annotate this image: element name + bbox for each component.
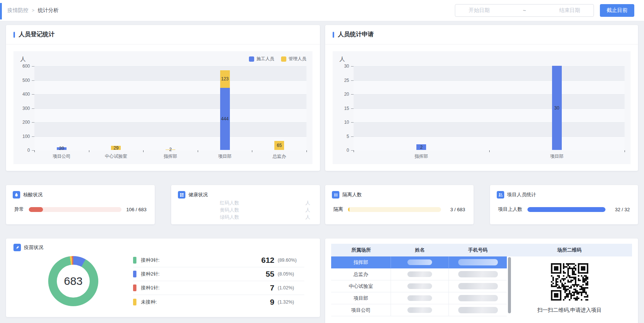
isolation-value: 3 / 683 — [446, 207, 465, 212]
header-qrcode: 场所二维码 — [507, 247, 632, 253]
legend-swatch — [133, 271, 136, 277]
stat-card-title: 隔离人数 — [342, 191, 362, 198]
left-stat-row: 核酸状况 异常 106 / 683 健康状况 红码人数人黄码人数人绿码人数人 — [6, 185, 320, 224]
panel-title-right: 人员统计申请 — [338, 31, 374, 39]
x-tick-mark — [34, 150, 35, 152]
end-date-input[interactable]: 结束日期 — [559, 7, 580, 14]
x-category-label: 中心试验室 — [89, 150, 144, 160]
cell-place: 中心试验室 — [331, 280, 391, 292]
syringe-icon — [13, 244, 21, 251]
legend-value: 55 — [266, 270, 274, 279]
application-bar-chart: 人 302520151050 230 指挥部项目部 — [333, 51, 631, 164]
redacted-phone — [458, 307, 498, 313]
legend-label: 接种3针: — [141, 257, 160, 264]
redacted-name — [407, 271, 432, 277]
bar-项目部: 444123 — [220, 70, 230, 150]
application-stats-card: 人员统计申请 人 302520151050 230 指挥部项目部 — [325, 25, 638, 171]
x-category-label: 项目部 — [489, 150, 625, 160]
breadcrumb-current[interactable]: 统计分析 — [38, 7, 59, 14]
nucleic-value: 106 / 683 — [126, 207, 147, 212]
y-tick-label: 0 — [346, 148, 349, 153]
cell-phone-redacted — [449, 292, 507, 304]
redacted-phone — [458, 295, 498, 301]
date-range-picker[interactable]: 开始日期 ~ 结束日期 — [455, 4, 594, 17]
project-progress-fill — [527, 207, 606, 212]
redacted-phone — [458, 271, 498, 277]
plot-band — [354, 122, 625, 136]
nucleic-progress-fill — [29, 207, 43, 212]
sidebar-edge[interactable] — [0, 3, 2, 19]
y-tick-label: 300 — [22, 106, 30, 111]
legend-label: 管理人员 — [289, 56, 306, 62]
right-column: 人员统计申请 人 302520151050 230 指挥部项目部 — [325, 25, 638, 323]
cell-place: 总监办 — [331, 268, 391, 280]
up-to-now-button[interactable]: 截止目前 — [600, 4, 634, 17]
table-row[interactable]: 中心试验室 — [331, 280, 507, 292]
bar-value-label: 444 — [221, 116, 229, 121]
breadcrumb-section[interactable]: 疫情防控 — [7, 7, 28, 14]
left-column: 人员登记统计 人 施工人员管理人员 6005004003002001000 20… — [6, 25, 320, 323]
date-range-separator: ~ — [523, 7, 526, 13]
project-progress-bar — [527, 207, 606, 212]
y-tick-mark — [32, 108, 34, 109]
cell-place: 项目公司 — [331, 304, 391, 316]
bar-segment: 30 — [552, 66, 562, 150]
vaccine-donut-chart: 683 — [48, 256, 98, 306]
vaccine-legend-row: 接种3针:612(89.60%) — [133, 253, 304, 267]
vaccine-total: 683 — [57, 265, 90, 298]
bar-中心试验室: 29 — [111, 146, 121, 150]
x-category-label: 项目部 — [198, 150, 252, 160]
table-row[interactable]: 项目部 — [331, 292, 507, 304]
places-table-card: 所属场所 姓名 手机号码 场所二维码 指挥部总监办中心试验室项目部项目公司 扫一… — [325, 239, 638, 323]
table-row[interactable]: 总监办 — [331, 268, 507, 280]
topbar: 疫情防控 > 统计分析 开始日期 ~ 结束日期 截止目前 — [0, 0, 644, 21]
legend-swatch — [249, 56, 254, 62]
health-row: 绿码人数人 — [220, 213, 310, 221]
isolation-progress-fill — [348, 207, 349, 212]
vaccine-legend-row: 接种1针:7(1.02%) — [133, 281, 304, 295]
plot-band — [354, 66, 625, 80]
qr-panel: 扫一扫二维码,申请进入项目 — [507, 256, 632, 316]
table-row[interactable]: 项目公司 — [331, 304, 507, 316]
redacted-name — [407, 259, 432, 265]
legend-label: 未接种: — [141, 299, 157, 305]
bar-value-label: 65 — [277, 143, 282, 148]
health-unit: 人 — [305, 206, 310, 213]
legend-item[interactable]: 施工人员 — [249, 56, 274, 62]
registration-stats-card: 人员登记统计 人 施工人员管理人员 6005004003002001000 20… — [6, 25, 320, 171]
legend-swatch — [133, 257, 136, 264]
table-scrollbar[interactable] — [508, 257, 511, 313]
y-tick-mark — [351, 94, 354, 95]
cell-phone-redacted — [449, 256, 507, 268]
y-tick-mark — [32, 66, 34, 67]
legend-value: 612 — [261, 256, 274, 265]
fence-icon — [332, 191, 339, 199]
health-code-icon — [178, 191, 185, 199]
plot-band — [34, 122, 306, 136]
qr-caption: 扫一扫二维码,申请进入项目 — [537, 307, 602, 314]
y-tick-label: 0 — [27, 148, 30, 153]
redacted-phone — [458, 283, 498, 289]
redacted-phone — [458, 259, 498, 265]
cell-place: 项目部 — [331, 292, 391, 304]
health-status-card: 健康状况 红码人数人黄码人数人绿码人数人 — [171, 185, 320, 224]
legend-percent: (89.60%) — [274, 258, 304, 263]
bar-value-label: 30 — [554, 105, 559, 111]
y-tick-label: 100 — [22, 134, 30, 139]
topbar-actions: 开始日期 ~ 结束日期 截止目前 — [455, 4, 644, 17]
y-tick-mark — [351, 108, 354, 109]
plot-band — [354, 108, 625, 123]
plot-band — [354, 136, 625, 151]
legend-item[interactable]: 管理人员 — [281, 56, 306, 62]
start-date-input[interactable]: 开始日期 — [469, 7, 490, 14]
header-place: 所属场所 — [331, 247, 391, 253]
y-tick-label: 15 — [344, 106, 349, 111]
title-marker — [333, 32, 334, 38]
x-tick-mark — [89, 150, 89, 152]
y-tick-label: 10 — [344, 120, 349, 125]
nucleic-row-label: 异常 — [14, 206, 24, 213]
bar-segment: 20 — [57, 147, 67, 150]
panel-title-left: 人员登记统计 — [19, 31, 55, 39]
table-row[interactable]: 指挥部 — [331, 256, 507, 268]
breadcrumb: 疫情防控 > 统计分析 — [0, 7, 59, 14]
